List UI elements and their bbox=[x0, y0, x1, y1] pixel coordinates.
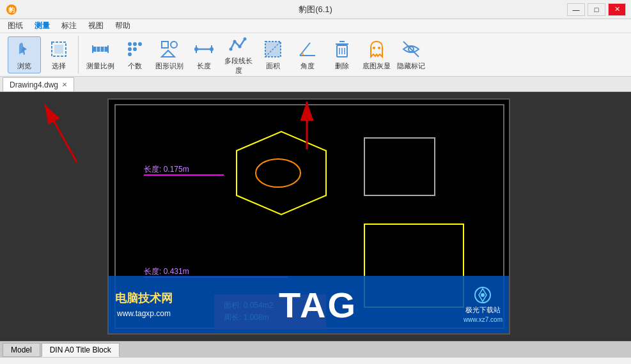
browse-label: 浏览 bbox=[17, 61, 31, 71]
svg-point-26 bbox=[238, 45, 242, 49]
hide-mark-icon bbox=[401, 39, 421, 59]
toolbar-group-nav: 浏览 选择 bbox=[5, 36, 79, 73]
watermark-site-name: 电脑技术网 bbox=[115, 289, 173, 308]
model-tab-label: Model bbox=[11, 345, 32, 354]
svg-rect-49 bbox=[364, 138, 435, 195]
hide-mark-button[interactable]: 隐藏标记 bbox=[394, 36, 428, 73]
close-button[interactable]: ✕ bbox=[608, 3, 626, 16]
shape-detect-icon bbox=[159, 39, 180, 59]
logo-text: 极光下载站 bbox=[465, 305, 501, 315]
model-tab[interactable]: Model bbox=[3, 343, 40, 357]
watermark-tag: TAG bbox=[279, 284, 357, 326]
svg-point-39 bbox=[378, 47, 380, 49]
area-label: 面积 bbox=[266, 61, 280, 71]
arrow-left bbox=[32, 92, 96, 169]
window-controls: — □ ✕ bbox=[567, 3, 626, 16]
select-icon bbox=[49, 39, 69, 59]
tab-bar: Drawing4.dwg ✕ bbox=[0, 77, 631, 92]
svg-point-59 bbox=[481, 293, 485, 297]
delete-label: 删除 bbox=[335, 61, 349, 71]
title-bar: 豹 豹图(6.1) — □ ✕ bbox=[0, 0, 631, 19]
minimize-button[interactable]: — bbox=[567, 3, 585, 16]
svg-text:长度: 0.431m: 长度: 0.431m bbox=[144, 267, 189, 276]
ghost-button[interactable]: 底图灰显 bbox=[360, 36, 393, 73]
delete-icon bbox=[332, 39, 352, 59]
ghost-icon bbox=[366, 39, 387, 59]
svg-point-15 bbox=[128, 52, 132, 56]
angle-icon bbox=[297, 39, 318, 59]
polyline-length-label: 多段线长度 bbox=[224, 56, 253, 75]
ghost-label: 底图灰显 bbox=[362, 61, 391, 71]
arrow-top bbox=[281, 92, 332, 156]
menu-bar: 图纸 测量 标注 视图 帮助 bbox=[0, 19, 631, 33]
svg-point-12 bbox=[138, 42, 142, 46]
svg-rect-3 bbox=[54, 45, 63, 54]
select-label: 选择 bbox=[52, 61, 66, 71]
watermark-text: 电脑技术网 www.tagxp.com bbox=[115, 289, 173, 320]
din-a0-tab-label: DIN A0 Title Block bbox=[50, 345, 111, 354]
svg-text:长度: 0.175m: 长度: 0.175m bbox=[144, 165, 189, 174]
svg-point-24 bbox=[230, 48, 233, 51]
logo-url: www.xz7.com bbox=[464, 316, 502, 323]
svg-point-14 bbox=[133, 47, 137, 51]
svg-point-38 bbox=[373, 47, 375, 49]
svg-marker-18 bbox=[162, 50, 175, 57]
scale-icon bbox=[90, 39, 111, 59]
shape-detect-button[interactable]: 图形识别 bbox=[153, 36, 186, 73]
browse-icon bbox=[14, 39, 35, 59]
count-label: 个数 bbox=[128, 61, 142, 71]
scale-label: 测量比例 bbox=[86, 61, 114, 71]
length-icon bbox=[194, 39, 214, 59]
svg-rect-16 bbox=[162, 42, 168, 48]
count-icon bbox=[125, 39, 145, 59]
svg-text:豹: 豹 bbox=[8, 6, 15, 13]
tab-close-button[interactable]: ✕ bbox=[62, 81, 67, 88]
svg-point-22 bbox=[194, 47, 198, 51]
hide-mark-label: 隐藏标记 bbox=[397, 61, 425, 71]
svg-line-43 bbox=[45, 105, 77, 162]
polyline-length-icon bbox=[228, 34, 249, 54]
length-label: 长度 bbox=[197, 61, 211, 71]
maximize-button[interactable]: □ bbox=[588, 3, 605, 16]
tab-label: Drawing4.dwg bbox=[10, 80, 58, 89]
din-a0-tab[interactable]: DIN A0 Title Block bbox=[42, 343, 120, 357]
select-button[interactable]: 选择 bbox=[42, 36, 75, 73]
bottom-tabs: Model DIN A0 Title Block bbox=[0, 341, 631, 358]
app-title: 豹图(6.1) bbox=[299, 4, 332, 15]
svg-point-23 bbox=[210, 47, 214, 51]
menu-item-annotation[interactable]: 标注 bbox=[56, 19, 82, 33]
toolbar-group-measure: 测量比例 个数 bbox=[81, 36, 430, 73]
watermark-overlay: 电脑技术网 www.tagxp.com TAG 极光下载站 www.xz7.co… bbox=[109, 276, 509, 333]
angle-label: 角度 bbox=[300, 61, 315, 71]
scale-button[interactable]: 测量比例 bbox=[84, 36, 117, 73]
canvas-area: 长度: 0.175m 长度: 0.431m 面积: 0.054m2 周长: 1.… bbox=[0, 92, 631, 341]
length-button[interactable]: 长度 bbox=[187, 36, 221, 73]
area-button[interactable]: 面积 bbox=[256, 36, 290, 73]
count-button[interactable]: 个数 bbox=[118, 36, 152, 73]
svg-point-25 bbox=[233, 40, 237, 43]
svg-point-48 bbox=[256, 159, 300, 187]
svg-point-17 bbox=[171, 42, 177, 48]
browse-button[interactable]: 浏览 bbox=[8, 36, 41, 73]
menu-item-measure[interactable]: 测量 bbox=[29, 19, 55, 33]
menu-item-view[interactable]: 视图 bbox=[83, 19, 109, 33]
svg-point-11 bbox=[133, 42, 137, 46]
drawing-tab[interactable]: Drawing4.dwg ✕ bbox=[3, 77, 74, 91]
menu-item-help[interactable]: 帮助 bbox=[110, 19, 136, 33]
svg-point-13 bbox=[128, 47, 132, 51]
toolbar: 浏览 选择 bbox=[0, 33, 631, 77]
svg-line-41 bbox=[403, 42, 419, 57]
delete-button[interactable]: 删除 bbox=[325, 36, 359, 73]
watermark-logo: 极光下载站 www.xz7.com bbox=[464, 286, 502, 323]
watermark-site-url: www.tagxp.com bbox=[115, 308, 173, 320]
app-icon: 豹 bbox=[5, 3, 18, 16]
angle-button[interactable]: 角度 bbox=[291, 36, 324, 73]
svg-line-31 bbox=[300, 43, 310, 56]
shape-detect-label: 图形识别 bbox=[155, 61, 183, 71]
svg-point-10 bbox=[128, 42, 132, 46]
polyline-length-button[interactable]: 多段线长度 bbox=[222, 36, 255, 73]
menu-item-paper[interactable]: 图纸 bbox=[3, 19, 28, 33]
area-icon bbox=[263, 39, 283, 59]
svg-point-27 bbox=[244, 38, 247, 41]
